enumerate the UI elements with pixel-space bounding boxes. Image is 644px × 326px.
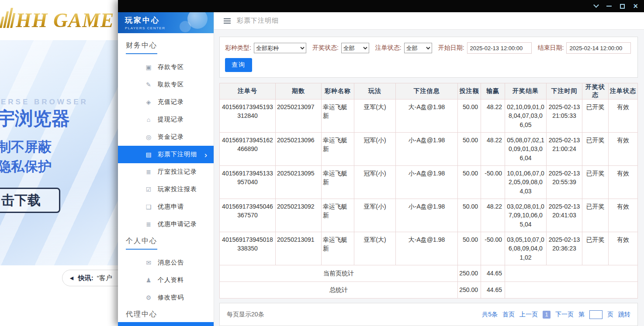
summary-label: 总统计 [220,282,458,299]
table-row: 40156917394501833835020250213091幸运飞艇新亚军(… [220,232,638,265]
pagination-bar: 每页显示20条 共5条 首页 上一页 1 下一页 第 页 跳转 [219,303,638,326]
sidebar-item-recharge-records[interactable]: ◈充值记录 [118,93,214,111]
summary-row: 总统计250.0044.65 [220,282,638,299]
draw-status-select[interactable]: 全部 [341,43,369,53]
table-cell: 48.22 [481,100,505,133]
sidebar-header: 玩家中心 PLAYERS CENTER [118,12,214,33]
banner-line-3: 隐私保护 [0,158,52,176]
sidebar-item-funds-records[interactable]: ◎资金记录 [118,128,214,146]
column-header: 下注时间 [547,83,582,100]
table-row: 40156917394504636757020250213092幸运飞艇新亚军(… [220,199,638,232]
table-cell: 幸运飞艇新 [322,199,354,232]
sidebar-item-cashout-records[interactable]: ⌂提现记录 [118,111,214,128]
current-page-badge[interactable]: 1 [543,311,551,319]
menu-section-text: 财务中心 [126,41,157,54]
profile-icon: ♟ [145,277,152,284]
sidebar-item-label: 优惠申请 [158,203,184,211]
download-button[interactable]: 击下载 [0,188,60,213]
sidebar-item-label: 消息公告 [158,259,184,267]
table-cell: 48.22 [481,133,505,166]
filter-row: 彩种类型: 全部彩种 开奖状态: 全部 注单状态: 全部 开始日期: [225,42,632,54]
table-cell: 20250213097 [276,100,322,133]
table-cell: 已开奖 [582,133,609,166]
column-header: 投注额 [458,83,481,100]
sidebar-item-profile[interactable]: ♟个人资料 [118,271,214,289]
bet-status-select[interactable]: 全部 [404,43,432,53]
sidebar-item-deposit-zone[interactable]: ▣存款专区 [118,58,214,76]
hamburger-menu-icon[interactable] [224,21,231,21]
bet-status-label: 注单状态: [375,44,402,52]
logo-bars-icon [0,8,17,28]
table-cell: 亚军(小) [354,199,396,232]
table-row: 40156917394519331284020250213097幸运飞艇新亚军(… [220,100,638,133]
table-cell: 2025-02-13 20:41:03 [547,199,582,232]
sidebar-item-lottery-bet-details[interactable]: ▤彩票下注明细› [118,146,214,163]
start-date-input[interactable] [467,42,532,54]
prev-page-link[interactable]: 上一页 [519,311,538,319]
table-cell: 02,10,09,01,08,04,07,03,06,05 [505,100,547,133]
table-cell: 冠军(小) [354,166,396,199]
jump-button[interactable]: 跳转 [618,311,630,319]
table-cell: 20250213092 [276,199,322,232]
window-close-button[interactable]: × [633,2,638,10]
sidebar-item-player-bet-report[interactable]: ☑玩家投注报表 [118,181,214,198]
table-cell: 05,08,07,02,10,09,01,03,06,04 [505,133,547,166]
column-header: 注单状态 [609,83,638,100]
window-body: 玩家中心 PLAYERS CENTER 财务中心▣存款专区✎取款专区◈充值记录⌂… [118,12,644,326]
summary-winloss-total: 44.65 [481,282,505,299]
first-page-link[interactable]: 首页 [502,311,515,319]
sidebar-item-label: 修改密码 [158,294,184,302]
table-cell: 20250213091 [276,232,322,265]
summary-bet-total: 250.00 [458,265,481,282]
menu-section-label: 个人中心 [118,237,214,250]
summary-label: 当前页统计 [220,265,458,282]
sidebar-item-promo-apply-records[interactable]: ≣优惠申请记录 [118,216,214,233]
sidebar-item-change-password[interactable]: ⚙修改密码 [118,289,214,306]
next-page-link[interactable]: 下一页 [555,311,574,319]
window-titlebar: × [118,0,644,12]
table-cell: 冠军(小) [354,133,396,166]
pagination-controls: 共5条 首页 上一页 1 下一页 第 页 跳转 [482,310,630,319]
speaker-icon: ◄ [69,275,75,281]
announcement-icon: ✉ [145,259,152,266]
column-header: 开奖状态 [582,83,609,100]
lottery-type-label: 彩种类型: [225,44,251,52]
table-cell: 幸运飞艇新 [322,166,354,199]
table-cell: 20250213095 [276,166,322,199]
partially-visible-menu-item[interactable] [118,322,214,326]
filter-button-row: 查询 [225,58,632,72]
players-center-window: × 玩家中心 PLAYERS CENTER 财务中心▣存款专区✎取款专区◈充值记… [118,0,644,326]
search-button[interactable]: 查询 [225,58,252,72]
sidebar-item-hall-bet-records[interactable]: ≣厅室投注记录 [118,163,214,181]
lottery-type-select[interactable]: 全部彩种 [254,43,306,53]
sidebar-item-withdraw-zone[interactable]: ✎取款专区 [118,76,214,93]
page-title: 彩票下注明细 [237,17,279,25]
cashout-icon: ⌂ [145,116,152,123]
table-cell: 401569173945162466890 [220,133,276,166]
draw-status-label: 开奖状态: [312,44,339,52]
sidebar-subtitle: PLAYERS CENTER [125,26,214,30]
table-cell: 已开奖 [582,166,609,199]
column-header: 期数 [276,83,322,100]
funds-icon: ◎ [145,134,152,141]
window-dropdown-icon[interactable] [594,2,599,8]
table-cell: -50.00 [481,166,505,199]
ticker-label: 快讯: [78,274,93,282]
table-cell: 有效 [609,100,638,133]
sidebar-item-promo-apply[interactable]: ❑优惠申请 [118,198,214,216]
window-maximize-button[interactable] [620,4,625,9]
end-date-input[interactable] [566,42,631,54]
page-jump-input[interactable] [589,310,602,319]
table-cell: 已开奖 [582,100,609,133]
table-cell: 20250213096 [276,133,322,166]
sidebar-item-announcements[interactable]: ✉消息公告 [118,254,214,271]
table-cell: 50.00 [458,232,481,265]
table-cell: 03,02,08,01,07,09,10,06,05,04 [505,199,547,232]
column-header: 开奖结果 [505,83,547,100]
table-cell: 小-A盘@1.98 [396,133,458,166]
banner-subtitle-en: ERSE BROWSER [1,98,88,106]
table-cell: 有效 [609,166,638,199]
sidebar-title: 玩家中心 [125,15,214,25]
jump-suffix-text: 页 [607,311,613,319]
window-minimize-button[interactable] [606,6,612,7]
